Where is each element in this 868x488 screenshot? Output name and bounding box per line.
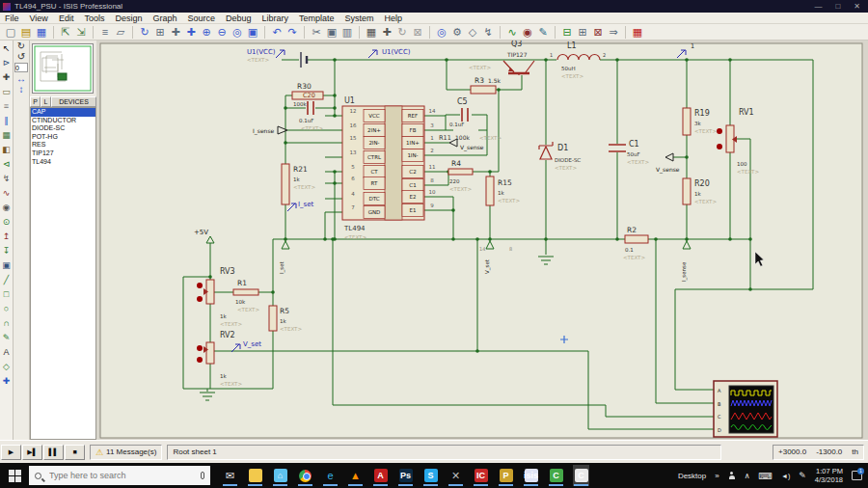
current-probe-icon[interactable]: ↧ xyxy=(0,243,13,258)
goto-sheet-icon[interactable]: ⇒ xyxy=(606,25,621,40)
action-center-icon[interactable]: 1 xyxy=(852,471,862,480)
save-design-icon[interactable]: ▦ xyxy=(34,25,49,40)
redo-icon[interactable]: ↷ xyxy=(285,25,300,40)
component-U1[interactable]: VCC 2IN+ 2IN- CTRL CT RT DTC GND REF FB … xyxy=(342,96,436,240)
file-explorer-icon[interactable] xyxy=(247,465,263,486)
zoom-in-icon[interactable]: ⊕ xyxy=(199,25,214,40)
stop-button[interactable]: ■ xyxy=(65,445,85,460)
block-delete-icon[interactable]: ⊠ xyxy=(410,25,425,40)
step-button[interactable]: ▶▌ xyxy=(22,445,42,460)
zoom-out-icon[interactable]: ⊖ xyxy=(214,25,230,40)
camtasia-icon[interactable]: C xyxy=(548,465,564,486)
isis-icon[interactable]: isis xyxy=(523,465,539,486)
pick-devices-button[interactable]: P xyxy=(30,96,41,107)
terminal-icon[interactable]: ⊲ xyxy=(0,156,13,171)
2d-path-icon[interactable]: ✎ xyxy=(0,330,13,344)
export-section-icon[interactable]: ⇲ xyxy=(73,25,89,40)
skype-icon[interactable]: S xyxy=(422,465,439,486)
component-mode-icon[interactable]: ⊳ xyxy=(0,55,13,69)
center-at-cursor-icon[interactable]: ✚ xyxy=(183,25,199,40)
menu-item[interactable]: Source xyxy=(187,14,215,23)
graph-mode-icon[interactable]: ∿ xyxy=(0,185,13,200)
desktop-toolbar-label[interactable]: Desktop xyxy=(678,472,706,480)
library-button[interactable]: L xyxy=(41,96,51,107)
toggle-grid-icon[interactable]: ⊞ xyxy=(152,25,168,40)
buses-icon[interactable]: ∥ xyxy=(0,113,13,127)
make-device-icon[interactable]: ⚙ xyxy=(449,25,465,40)
open-design-icon[interactable]: ▤ xyxy=(18,25,34,40)
menu-item[interactable]: Library xyxy=(262,14,289,23)
taskbar-search[interactable] xyxy=(29,466,210,485)
minimize-button[interactable]: — xyxy=(814,2,822,11)
menu-item[interactable]: System xyxy=(345,14,374,23)
tape-recorder-icon[interactable]: ◉ xyxy=(0,200,13,214)
camtasia-recorder-icon[interactable]: C xyxy=(573,465,589,486)
search-input[interactable] xyxy=(47,470,173,481)
2d-line-icon[interactable]: ╱ xyxy=(0,272,13,286)
maximize-button[interactable]: □ xyxy=(835,2,840,11)
block-rotate-icon[interactable]: ↻ xyxy=(394,25,410,40)
menu-item[interactable]: Graph xyxy=(152,14,176,23)
copy-icon[interactable]: ▣ xyxy=(324,25,339,40)
close-button[interactable]: ✕ xyxy=(854,2,860,11)
play-button[interactable]: ▶ xyxy=(1,445,21,460)
menu-item[interactable]: View xyxy=(30,14,48,23)
undo-icon[interactable]: ↶ xyxy=(269,25,285,40)
virtual-instrument-icon[interactable]: ▣ xyxy=(0,258,13,272)
pick-parts-icon[interactable]: ◎ xyxy=(434,25,449,40)
ic-app-icon[interactable]: IC xyxy=(473,465,489,486)
new-design-icon[interactable]: ▢ xyxy=(3,25,18,40)
generator-icon[interactable]: ⊙ xyxy=(0,214,13,229)
mark-output-area-icon[interactable]: ▱ xyxy=(113,25,128,40)
vlc-icon[interactable]: ▲ xyxy=(347,465,364,486)
2d-circle-icon[interactable]: ○ xyxy=(0,301,13,315)
property-assignment-icon[interactable]: ✎ xyxy=(535,25,551,40)
2d-symbol-icon[interactable]: ◇ xyxy=(0,359,13,373)
volume-icon[interactable]: ◄) xyxy=(781,473,790,479)
device-list-item[interactable]: RES xyxy=(31,141,95,149)
paste-icon[interactable]: ▥ xyxy=(339,25,355,40)
zoom-all-icon[interactable]: ◎ xyxy=(230,25,245,40)
store-icon[interactable]: ⌂ xyxy=(272,465,288,486)
device-list-item[interactable]: TL494 xyxy=(31,158,95,167)
rotation-angle-field[interactable] xyxy=(14,63,28,72)
design-explorer-icon[interactable]: ⊟ xyxy=(559,25,575,40)
start-button[interactable] xyxy=(0,463,29,488)
device-icon[interactable]: ◧ xyxy=(0,142,13,156)
menu-item[interactable]: Edit xyxy=(59,14,74,23)
junction-dot-icon[interactable]: ✚ xyxy=(0,69,13,84)
device-list-item[interactable]: CAP xyxy=(31,108,95,117)
device-list-item[interactable]: CTINDUCTOR xyxy=(31,117,95,125)
2d-marker-icon[interactable]: ✚ xyxy=(0,373,13,388)
2d-arc-icon[interactable]: ∩ xyxy=(0,315,13,330)
device-list-item[interactable]: DIODE-SC xyxy=(31,124,95,133)
toolbar-overflow-icon[interactable]: » xyxy=(715,472,719,480)
device-list-item[interactable]: TIP127 xyxy=(31,149,95,158)
voltage-probe-icon[interactable]: ↥ xyxy=(0,229,13,243)
photoshop-icon[interactable]: Ps xyxy=(397,465,414,486)
oscilloscope[interactable]: A B C D xyxy=(714,381,777,437)
acrobat-icon[interactable]: A xyxy=(372,465,389,486)
new-sheet-icon[interactable]: ⊞ xyxy=(575,25,590,40)
pen-icon[interactable]: ✎ xyxy=(799,471,806,480)
decompose-icon[interactable]: ↯ xyxy=(480,25,496,40)
false-origin-icon[interactable]: ✚ xyxy=(168,25,183,40)
mail-icon[interactable]: ✉ xyxy=(222,465,238,486)
2d-text-icon[interactable]: A xyxy=(0,344,13,359)
directx-icon[interactable]: ✕ xyxy=(448,465,464,486)
block-copy-icon[interactable]: ▦ xyxy=(364,25,379,40)
message-panel[interactable]: ⚠ 11 Message(s) xyxy=(90,445,162,460)
edge-icon[interactable]: e xyxy=(322,465,339,486)
wire-autorouter-icon[interactable]: ∿ xyxy=(504,25,520,40)
mirror-vertical-icon[interactable]: ↕ xyxy=(19,84,24,95)
zoom-area-icon[interactable]: ▣ xyxy=(245,25,260,40)
redraw-icon[interactable]: ↻ xyxy=(137,25,152,40)
schematic-editor[interactable]: VCC 2IN+ 2IN- CTRL CT RT DTC GND REF FB … xyxy=(96,41,868,440)
device-list-item[interactable]: POT-HG xyxy=(31,133,95,142)
taskbar-clock[interactable]: 1:07 PM 4/3/2018 xyxy=(815,467,843,484)
2d-box-icon[interactable]: □ xyxy=(0,286,13,301)
packaging-tool-icon[interactable]: ◇ xyxy=(465,25,480,40)
hidden-icons-chevron[interactable]: ∧ xyxy=(745,472,750,480)
people-icon[interactable] xyxy=(728,472,736,479)
menu-item[interactable]: Tools xyxy=(84,14,104,23)
